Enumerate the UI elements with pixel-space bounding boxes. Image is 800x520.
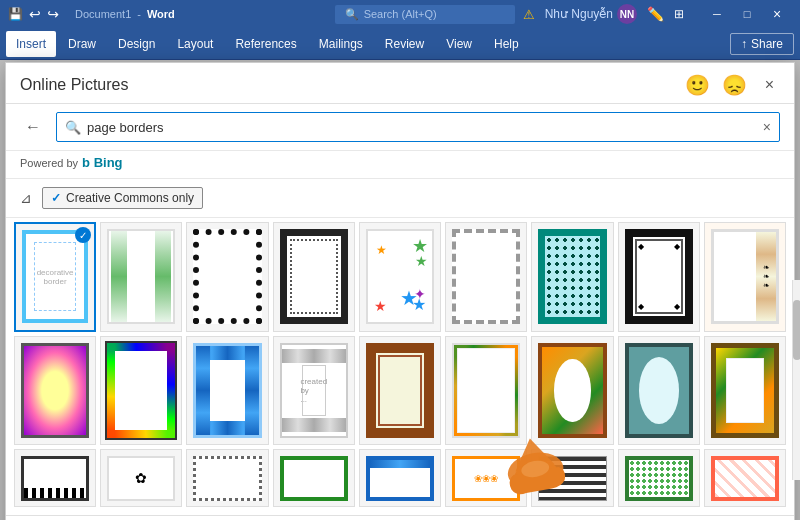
titlebar-left: 💾 ↩ ↩ Document1 - Word: [8, 6, 327, 22]
titlebar-search-input[interactable]: [364, 8, 494, 20]
image-thumb-9[interactable]: ❧❧❧: [704, 222, 786, 332]
image-thumb-8[interactable]: ◆ ◆ ◆ ◆: [618, 222, 700, 332]
window-controls: ─ □ ×: [702, 0, 792, 28]
image-thumb-23[interactable]: [359, 449, 441, 507]
app-name: Word: [147, 8, 175, 20]
ribbon-tab-help[interactable]: Help: [484, 31, 529, 57]
search-box: 🔍 ×: [56, 112, 780, 142]
undo-button[interactable]: ↩: [29, 6, 41, 22]
image-thumb-4[interactable]: [273, 222, 355, 332]
scrollbar-track[interactable]: [792, 280, 800, 480]
ribbon-tab-design[interactable]: Design: [108, 31, 165, 57]
dialog-header: Online Pictures 🙂 😞 ×: [6, 63, 794, 104]
image-grid-container[interactable]: decorativeborder ✓: [6, 218, 794, 515]
dialog-overlay: Online Pictures 🙂 😞 × ← 🔍 × Powered by b…: [0, 60, 800, 520]
dialog-search-row: ← 🔍 ×: [6, 104, 794, 151]
minimize-button[interactable]: ─: [702, 0, 732, 28]
selected-checkmark: ✓: [75, 227, 91, 243]
online-pictures-dialog: Online Pictures 🙂 😞 × ← 🔍 × Powered by b…: [5, 62, 795, 520]
image-thumb-17[interactable]: [618, 336, 700, 446]
ribbon-tab-mailings[interactable]: Mailings: [309, 31, 373, 57]
titlebar: 💾 ↩ ↩ Document1 - Word 🔍 ⚠ Như Nguyễn NN…: [0, 0, 800, 28]
image-thumb-14[interactable]: [359, 336, 441, 446]
image-thumb-26[interactable]: [618, 449, 700, 507]
pen-icon[interactable]: ✏️: [647, 6, 664, 22]
ribbon-tab-draw[interactable]: Draw: [58, 31, 106, 57]
bing-logo: b Bing: [82, 155, 122, 170]
creative-commons-filter[interactable]: ✓ Creative Commons only: [42, 187, 203, 209]
doc-name: Document1: [75, 8, 131, 20]
filter-row: ⊿ ✓ Creative Commons only: [6, 179, 794, 218]
ribbon-tab-insert[interactable]: Insert: [6, 31, 56, 57]
image-thumb-2[interactable]: [100, 222, 182, 332]
dialog-title: Online Pictures: [20, 76, 129, 94]
image-thumb-22[interactable]: [273, 449, 355, 507]
back-button[interactable]: ←: [20, 116, 46, 138]
image-thumb-5[interactable]: ★ ★ ★ ★ ★ ★ ✦: [359, 222, 441, 332]
image-thumb-6[interactable]: [445, 222, 527, 332]
search-clear-button[interactable]: ×: [763, 119, 771, 135]
image-thumb-24[interactable]: ❀❀❀: [445, 449, 527, 507]
maximize-button[interactable]: □: [732, 0, 762, 28]
ribbon: Insert Draw Design Layout References Mai…: [0, 28, 800, 60]
dialog-close-button[interactable]: ×: [759, 74, 780, 96]
cc-label: Creative Commons only: [66, 191, 194, 205]
image-thumb-12[interactable]: [186, 336, 268, 446]
image-grid-row1: decorativeborder ✓: [14, 222, 786, 332]
image-grid-row2: created by...: [14, 336, 786, 446]
scrollbar-thumb[interactable]: [793, 300, 800, 360]
warning-icon: ⚠: [523, 7, 535, 22]
ribbon-tab-view[interactable]: View: [436, 31, 482, 57]
image-thumb-18[interactable]: [704, 336, 786, 446]
image-thumb-1[interactable]: decorativeborder ✓: [14, 222, 96, 332]
image-thumb-21[interactable]: [186, 449, 268, 507]
quick-save-icon[interactable]: 💾: [8, 7, 23, 21]
username: Như Nguyễn: [545, 7, 613, 21]
powered-by-row: Powered by b Bing: [6, 151, 794, 179]
image-thumb-16[interactable]: [531, 336, 613, 446]
search-input[interactable]: [87, 120, 757, 135]
image-thumb-25[interactable]: [531, 449, 613, 507]
image-thumb-19[interactable]: [14, 449, 96, 507]
image-thumb-7[interactable]: [531, 222, 613, 332]
image-thumb-27[interactable]: [704, 449, 786, 507]
image-thumb-20[interactable]: ✿: [100, 449, 182, 507]
ribbon-tab-references[interactable]: References: [225, 31, 306, 57]
user-info[interactable]: Như Nguyễn NN: [545, 4, 637, 24]
image-grid-row3: ✿ ❀❀❀: [14, 449, 786, 511]
image-thumb-3[interactable]: [186, 222, 268, 332]
titlebar-right: ⚠ Như Nguyễn NN ✏️ ⊞ ─ □ ×: [523, 0, 792, 28]
ribbon-tab-review[interactable]: Review: [375, 31, 434, 57]
image-thumb-13[interactable]: created by...: [273, 336, 355, 446]
title-separator: -: [137, 8, 141, 20]
image-thumb-15[interactable]: [445, 336, 527, 446]
powered-by-text: Powered by: [20, 157, 78, 169]
filter-icon[interactable]: ⊿: [20, 190, 32, 206]
user-avatar: NN: [617, 4, 637, 24]
image-thumb-10[interactable]: [14, 336, 96, 446]
emoji-sad-icon[interactable]: 😞: [722, 73, 747, 97]
emoji-smile-icon[interactable]: 🙂: [685, 73, 710, 97]
titlebar-search-box[interactable]: 🔍: [335, 5, 515, 24]
cc-checkmark: ✓: [51, 191, 61, 205]
dialog-footer: You are responsible for respecting other…: [6, 515, 794, 520]
share-button[interactable]: ↑Share: [730, 33, 794, 55]
image-thumb-11[interactable]: [100, 336, 182, 446]
window-mode-icon[interactable]: ⊞: [674, 7, 684, 21]
search-icon: 🔍: [65, 120, 81, 135]
close-button[interactable]: ×: [762, 0, 792, 28]
redo-button[interactable]: ↩: [47, 6, 59, 22]
ribbon-tab-layout[interactable]: Layout: [167, 31, 223, 57]
